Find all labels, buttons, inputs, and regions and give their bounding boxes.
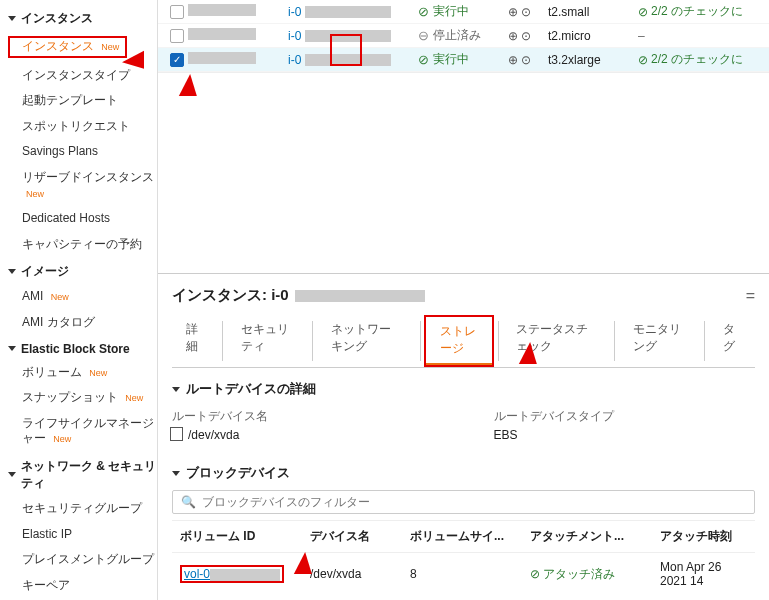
sidebar-item[interactable]: ボリューム New xyxy=(8,360,157,386)
cell-attachment-status: ⊘アタッチ済み xyxy=(522,559,652,590)
sidebar-item[interactable]: AMI New xyxy=(8,284,157,310)
new-badge: New xyxy=(26,189,44,199)
sidebar-item[interactable]: プレイスメントグループ xyxy=(8,547,157,573)
sidebar-item[interactable]: 起動テンプレート xyxy=(8,88,157,114)
annotation-arrow xyxy=(122,51,144,71)
sidebar-item[interactable]: Savings Plans xyxy=(8,139,157,165)
panel-layout-icon[interactable]: = xyxy=(746,287,755,305)
sidebar-item[interactable]: セキュリティグループ xyxy=(8,496,157,522)
volume-id-link[interactable]: vol-0 xyxy=(184,567,210,581)
check-circle-icon: ⊘ xyxy=(638,5,648,19)
tab[interactable]: ストレージ xyxy=(426,317,491,365)
section-root-device[interactable]: ルートデバイスの詳細 xyxy=(172,368,755,404)
detail-tabs: 詳細セキュリティネットワーキングストレージステータスチェックモニタリングタグ xyxy=(172,315,755,368)
col-attachment[interactable]: アタッチメント... xyxy=(522,521,652,552)
annotation-box: ストレージ xyxy=(424,315,493,367)
main-area: i-0⊘実行中⊕⊙t2.small⊘ 2/2 のチェックにi-0⊖停止済み⊕⊙t… xyxy=(158,0,769,600)
nav-group-header[interactable]: イメージ xyxy=(8,257,157,284)
new-badge: New xyxy=(89,368,107,378)
nav-group-header[interactable]: インスタンス xyxy=(8,4,157,31)
root-device-name-value: /dev/xvda xyxy=(172,428,434,442)
new-badge: New xyxy=(51,292,69,302)
instance-row[interactable]: i-0⊖停止済み⊕⊙t2.micro– xyxy=(158,24,769,48)
sidebar-item[interactable]: スポットリクエスト xyxy=(8,114,157,140)
col-volume-id[interactable]: ボリューム ID xyxy=(172,521,302,552)
alarm-icon[interactable]: ⊕ xyxy=(508,53,518,67)
caret-down-icon xyxy=(8,472,16,477)
instance-status: ⊖停止済み xyxy=(418,27,508,44)
col-volume-size[interactable]: ボリュームサイ... xyxy=(402,521,522,552)
caret-down-icon xyxy=(8,346,16,351)
root-device-type-value: EBS xyxy=(494,428,756,442)
tab[interactable]: モニタリング xyxy=(619,315,700,367)
check-circle-icon: ⊘ xyxy=(638,53,648,67)
instance-table: i-0⊘実行中⊕⊙t2.small⊘ 2/2 のチェックにi-0⊖停止済み⊕⊙t… xyxy=(158,0,769,73)
search-icon: 🔍 xyxy=(181,495,196,509)
annotation-box: vol-0 xyxy=(180,565,284,583)
detail-title: インスタンス: i-0 xyxy=(172,286,425,305)
tab[interactable]: セキュリティ xyxy=(227,315,308,367)
volume-table: ボリューム ID デバイス名 ボリュームサイ... アタッチメント... アタッ… xyxy=(172,520,755,595)
cell-attach-time: Mon Apr 26 2021 14 xyxy=(652,553,755,595)
tab[interactable]: ネットワーキング xyxy=(317,315,416,367)
sidebar-item[interactable]: Dedicated Hosts xyxy=(8,206,157,232)
instance-status: ⊘実行中 xyxy=(418,51,508,68)
status-icon: ⊘ xyxy=(418,4,429,19)
instance-row[interactable]: i-0⊘実行中⊕⊙t2.small⊘ 2/2 のチェックに xyxy=(158,0,769,24)
new-badge: New xyxy=(125,393,143,403)
instance-status: ⊘実行中 xyxy=(418,3,508,20)
annotation-box xyxy=(330,34,362,66)
annotation-arrow xyxy=(294,552,314,574)
instance-row[interactable]: i-0⊘実行中⊕⊙t3.2xlarge⊘ 2/2 のチェックに xyxy=(158,48,769,72)
annotation-arrow xyxy=(519,342,539,364)
cell-volume-size: 8 xyxy=(402,560,522,588)
nav-group-header[interactable]: Elastic Block Store xyxy=(8,336,157,360)
annotation-arrow xyxy=(179,74,199,96)
caret-down-icon xyxy=(172,471,180,476)
new-badge: New xyxy=(101,42,119,52)
block-device-filter[interactable]: 🔍 xyxy=(172,490,755,514)
annotation-box: インスタンス New xyxy=(8,36,127,58)
copy-icon[interactable] xyxy=(172,429,183,441)
sidebar-item[interactable]: スナップショット New xyxy=(8,385,157,411)
root-device-type-label: ルートデバイスタイプ xyxy=(494,408,756,425)
sidebar-item[interactable]: AMI カタログ xyxy=(8,310,157,336)
cell-device-name: /dev/xvda xyxy=(302,560,402,588)
tab[interactable]: 詳細 xyxy=(172,315,218,367)
alarm-icon[interactable]: ⊕ xyxy=(508,5,518,19)
row-checkbox[interactable] xyxy=(170,5,184,19)
section-block-devices[interactable]: ブロックデバイス xyxy=(172,452,755,488)
status-check: ⊘ 2/2 のチェックに xyxy=(638,3,761,20)
instance-id-link[interactable]: i-0 xyxy=(288,5,418,19)
sidebar-item[interactable]: リザーブドインスタンス New xyxy=(8,165,157,206)
search-icon[interactable]: ⊙ xyxy=(521,53,531,67)
search-icon[interactable]: ⊙ xyxy=(521,29,531,43)
filter-input[interactable] xyxy=(202,495,746,509)
search-icon[interactable]: ⊙ xyxy=(521,5,531,19)
check-circle-icon: ⊘ xyxy=(530,567,540,581)
caret-down-icon xyxy=(8,16,16,21)
nav-group-header[interactable]: ネットワーク & セキュリティ xyxy=(8,452,157,496)
detail-panel: インスタンス: i-0 = 詳細セキュリティネットワーキングストレージステータス… xyxy=(158,273,769,600)
status-check: ⊘ 2/2 のチェックに xyxy=(638,51,761,68)
status-icon: ⊖ xyxy=(418,28,429,43)
col-device-name[interactable]: デバイス名 xyxy=(302,521,402,552)
status-check: – xyxy=(638,29,761,43)
caret-down-icon xyxy=(172,387,180,392)
status-icon: ⊘ xyxy=(418,52,429,67)
root-device-name-label: ルートデバイス名 xyxy=(172,408,434,425)
tab[interactable]: タグ xyxy=(709,315,755,367)
sidebar-item[interactable]: Elastic IP xyxy=(8,522,157,548)
sidebar-item[interactable]: キーペア xyxy=(8,573,157,599)
instance-type: t2.micro xyxy=(548,29,638,43)
volume-row: vol-0 /dev/xvda 8 ⊘アタッチ済み Mon Apr 26 202… xyxy=(172,553,755,595)
sidebar-item[interactable]: ライフサイクルマネージャー New xyxy=(8,411,157,452)
sidebar: インスタンスインスタンス Newインスタンスタイプ起動テンプレートスポットリクエ… xyxy=(0,0,158,600)
row-checkbox[interactable] xyxy=(170,53,184,67)
sidebar-item[interactable]: キャパシティーの予約 xyxy=(8,232,157,258)
alarm-icon[interactable]: ⊕ xyxy=(508,29,518,43)
new-badge: New xyxy=(53,434,71,444)
row-checkbox[interactable] xyxy=(170,29,184,43)
col-attach-time[interactable]: アタッチ時刻 xyxy=(652,521,755,552)
caret-down-icon xyxy=(8,269,16,274)
